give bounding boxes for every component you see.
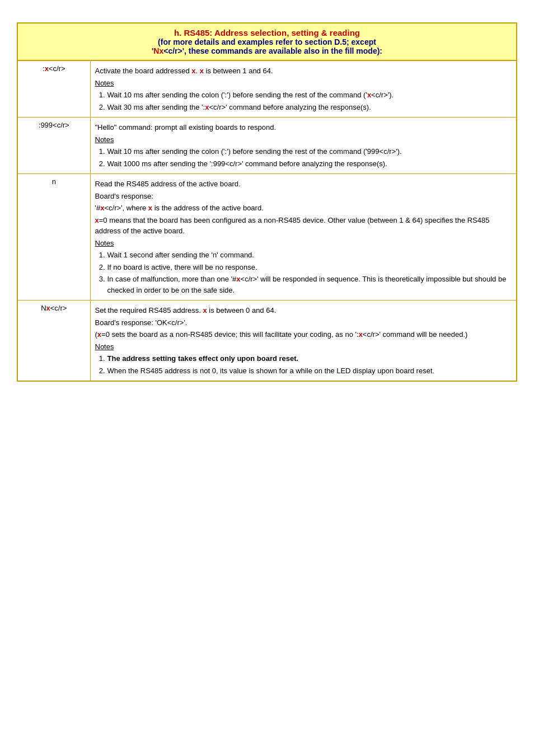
nx-red: Nx xyxy=(153,46,163,55)
bold-text: The address setting takes effect only up… xyxy=(107,354,299,363)
list-item: 2. Wait 30 ms after sending the ':x<c/r>… xyxy=(95,102,512,113)
list-item: 1. Wait 1 second after sending the 'n' c… xyxy=(95,250,512,261)
x-inline: x xyxy=(148,204,152,212)
desc-para: Board's response: 'OK<c/r>'. xyxy=(95,317,512,328)
header-cell: h. RS485: Address selection, setting & r… xyxy=(17,23,517,60)
x-inline: x xyxy=(100,204,104,212)
header-line1: h. RS485: Address selection, setting & r… xyxy=(24,28,510,37)
desc-para: Set the required RS485 address. x is bet… xyxy=(95,305,512,316)
cmd-cell-n: n xyxy=(17,174,90,300)
x-inline: x xyxy=(95,216,99,224)
desc-para: x=0 means that the board has been config… xyxy=(95,215,512,237)
x-inline: x xyxy=(203,306,207,314)
cmd-cell-999: :999<c/r> xyxy=(17,118,90,174)
desc-para: Read the RS485 address of the active boa… xyxy=(95,179,512,190)
header-line2: (for more details and examples refer to … xyxy=(24,37,510,46)
list-item: 1. The address setting takes effect only… xyxy=(95,353,512,364)
list-item: 1. Wait 10 ms after sending the colon ('… xyxy=(95,146,512,157)
notes-label: Notes xyxy=(95,78,512,89)
x-red: x xyxy=(46,304,50,312)
table-row: Nx<c/r> Set the required RS485 address. … xyxy=(17,300,517,382)
notes-label: Notes xyxy=(95,238,512,249)
header-line3-mid: <c/r>', these commands are available als… xyxy=(163,46,382,55)
cmd-cell-nx: Nx<c/r> xyxy=(17,300,90,382)
list-item: 2. If no board is active, there will be … xyxy=(95,262,512,273)
x-inline: x xyxy=(359,330,363,339)
header-line3: 'Nx<c/r>', these commands are available … xyxy=(24,46,510,55)
list-item: 2. Wait 1000 ms after sending the ':999<… xyxy=(95,158,512,170)
list-item: 3. In case of malfunction, more than one… xyxy=(95,274,512,295)
table-row: :x<c/r> Activate the board addressed x. … xyxy=(17,60,517,118)
cmd-cell-colon-x: :x<c/r> xyxy=(17,60,90,118)
x-inline: x xyxy=(367,91,371,99)
desc-para: Activate the board addressed x. x is bet… xyxy=(95,65,512,77)
list-item: 1. Wait 10 ms after sending the colon ('… xyxy=(95,90,512,101)
x-inline-red: x xyxy=(191,67,195,75)
notes-label: Notes xyxy=(95,134,512,145)
desc-cell-colon-x: Activate the board addressed x. x is bet… xyxy=(90,60,517,118)
x-inline: x xyxy=(236,275,240,283)
desc-para: Board's response: xyxy=(95,191,512,202)
table-row: n Read the RS485 address of the active b… xyxy=(17,174,517,300)
x-inline: x xyxy=(97,330,101,339)
desc-para: (x=0 sets the board as a non-RS485 devic… xyxy=(95,329,512,340)
notes-label: Notes xyxy=(95,341,512,353)
x-red: x xyxy=(45,64,49,73)
x-inline: x xyxy=(205,103,209,111)
desc-cell-n: Read the RS485 address of the active boa… xyxy=(90,174,517,300)
desc-para: '#x<c/r>', where x is the address of the… xyxy=(95,203,512,214)
desc-para: "Hello" command: prompt all existing boa… xyxy=(95,122,512,133)
desc-cell-nx: Set the required RS485 address. x is bet… xyxy=(90,300,517,382)
table-row: :999<c/r> "Hello" command: prompt all ex… xyxy=(17,118,517,174)
list-item: 2. When the RS485 address is not 0, its … xyxy=(95,365,512,377)
desc-cell-999: "Hello" command: prompt all existing boa… xyxy=(90,118,517,174)
main-table: h. RS485: Address selection, setting & r… xyxy=(17,22,517,382)
x-inline-red2: x xyxy=(200,67,204,75)
